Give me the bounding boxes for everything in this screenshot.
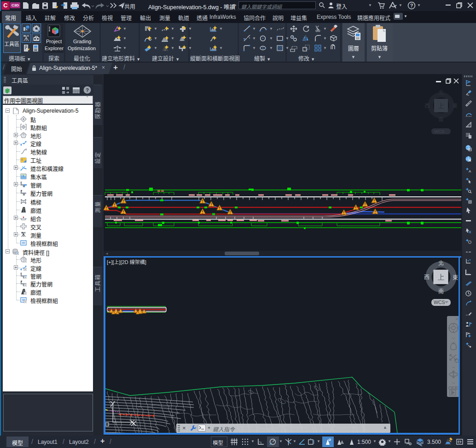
svg-text:西: 西 <box>424 273 430 281</box>
svg-text:北: 北 <box>438 259 444 267</box>
svg-text:A: A <box>469 169 471 173</box>
svg-text:南: 南 <box>438 287 444 295</box>
svg-text:?: ? <box>410 3 413 8</box>
svg-text:WCS: WCS <box>434 299 445 305</box>
svg-text:?: ? <box>86 87 89 93</box>
svg-text:東: 東 <box>453 273 458 281</box>
svg-text:上: 上 <box>437 272 444 281</box>
